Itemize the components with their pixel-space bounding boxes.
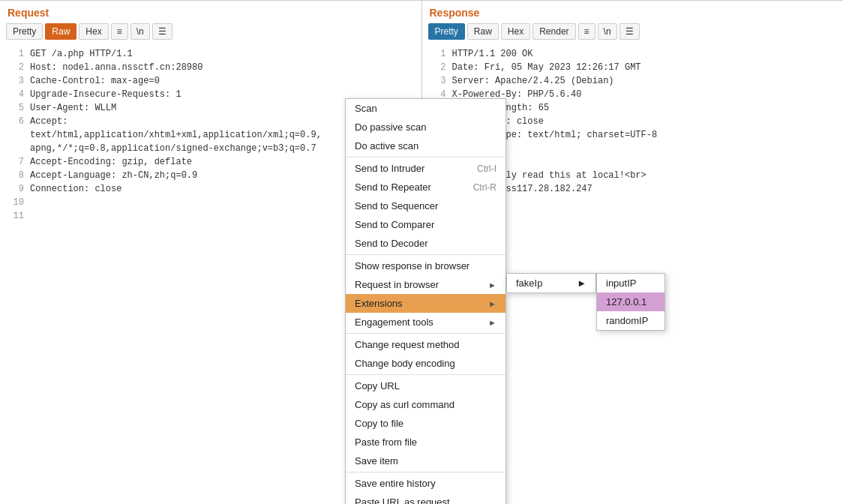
menu-item-send-comparer[interactable]: Send to Comparer [346, 215, 506, 234]
main-container: Request Pretty Raw Hex ≡ \n ☰ 1 GET /a.p… [0, 0, 843, 504]
arrow-icon: ► [577, 278, 586, 289]
response-render-tab[interactable]: Render [532, 23, 575, 40]
response-toolbar: Pretty Raw Hex Render ≡ \n ☰ [422, 22, 844, 44]
code-line: 1 GET /a.php HTTP/1.1 [6, 47, 416, 61]
menu-item-passive-scan[interactable]: Do passive scan [346, 118, 506, 136]
submenu-values: inputIP 127.0.0.1 randomIP [596, 273, 665, 331]
context-menu: Scan Do passive scan Do active scan Send… [345, 98, 506, 504]
code-line: 3 Server: Apache/2.4.25 (Debian) [428, 74, 838, 88]
response-hex-tab[interactable]: Hex [501, 23, 530, 40]
submenu-value-inputip[interactable]: inputIP [597, 274, 664, 292]
menu-separator [346, 157, 506, 158]
request-toolbar: Pretty Raw Hex ≡ \n ☰ [0, 22, 422, 44]
menu-item-engagement-tools[interactable]: Engagement tools ► [346, 313, 506, 332]
menu-separator [346, 374, 506, 375]
request-title: Request [0, 1, 422, 22]
response-newline-icon[interactable]: \n [598, 23, 617, 40]
code-line: 3 Cache-Control: max-age=0 [6, 74, 416, 88]
request-menu-icon[interactable]: ☰ [152, 23, 172, 40]
request-pretty-tab[interactable]: Pretty [6, 23, 43, 40]
code-line: 2 Date: Fri, 05 May 2023 12:26:17 GMT [428, 61, 838, 74]
response-pretty-tab[interactable]: Pretty [428, 23, 465, 40]
code-line: 2 Host: nodel.anna.nssctf.cn:28980 [6, 61, 416, 74]
menu-item-send-intruder[interactable]: Send to Intruder Ctrl-I [346, 159, 506, 178]
menu-separator [346, 254, 506, 255]
menu-item-request-browser[interactable]: Request in browser ► [346, 275, 506, 294]
submenu-fakeip: fakeIp ► [506, 273, 596, 293]
response-wrap-icon[interactable]: ≡ [578, 23, 596, 40]
menu-item-active-scan[interactable]: Do active scan [346, 136, 506, 155]
arrow-icon: ► [488, 299, 496, 308]
request-newline-icon[interactable]: \n [130, 23, 150, 40]
menu-item-change-request-method[interactable]: Change request method [346, 335, 506, 354]
code-line: 1 HTTP/1.1 200 OK [428, 47, 838, 61]
response-title: Response [422, 1, 844, 22]
menu-item-paste-url[interactable]: Paste URL as request [346, 493, 506, 504]
menu-item-show-response-browser[interactable]: Show response in browser [346, 256, 506, 275]
submenu-value-randomip[interactable]: randomIP [597, 311, 664, 330]
menu-item-send-sequencer[interactable]: Send to Sequencer [346, 196, 506, 215]
menu-item-send-repeater[interactable]: Send to Repeater Ctrl-R [346, 178, 506, 196]
response-raw-tab[interactable]: Raw [467, 23, 499, 40]
request-panel: Request Pretty Raw Hex ≡ \n ☰ 1 GET /a.p… [0, 1, 422, 504]
menu-item-copy-to-file[interactable]: Copy to file [346, 414, 506, 433]
menu-item-extensions[interactable]: Extensions ► [346, 294, 506, 313]
menu-item-send-decoder[interactable]: Send to Decoder [346, 234, 506, 253]
menu-item-save-item[interactable]: Save item [346, 452, 506, 470]
request-wrap-icon[interactable]: ≡ [111, 23, 128, 40]
menu-item-save-history[interactable]: Save entire history [346, 474, 506, 493]
menu-item-copy-curl[interactable]: Copy as curl command [346, 395, 506, 414]
menu-separator [346, 472, 506, 472]
menu-item-paste-from-file[interactable]: Paste from file [346, 433, 506, 452]
response-menu-icon[interactable]: ☰ [620, 23, 640, 40]
menu-separator [346, 333, 506, 334]
submenu-fakeip-label[interactable]: fakeIp ► [507, 274, 596, 292]
submenu-value-127[interactable]: 127.0.0.1 [597, 292, 664, 311]
menu-item-scan[interactable]: Scan [346, 99, 506, 118]
arrow-icon: ► [488, 318, 496, 327]
arrow-icon: ► [488, 280, 496, 290]
menu-item-change-body-encoding[interactable]: Change body encoding [346, 354, 506, 373]
request-raw-tab[interactable]: Raw [45, 23, 76, 40]
request-hex-tab[interactable]: Hex [79, 23, 108, 40]
menu-item-copy-url[interactable]: Copy URL [346, 376, 506, 395]
